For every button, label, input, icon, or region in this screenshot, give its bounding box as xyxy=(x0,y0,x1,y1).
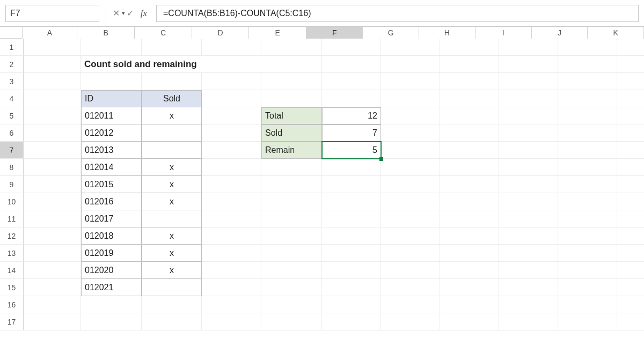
cell[interactable] xyxy=(558,107,617,124)
cell[interactable] xyxy=(617,107,644,124)
cell[interactable] xyxy=(322,279,381,296)
table-row-sold[interactable]: x xyxy=(142,262,202,279)
cell[interactable] xyxy=(322,73,381,90)
table-row-id[interactable]: 012011 xyxy=(81,107,142,124)
column-header[interactable]: J xyxy=(532,27,588,39)
cell[interactable] xyxy=(142,296,202,313)
cell[interactable] xyxy=(261,159,322,176)
cell[interactable] xyxy=(261,90,322,107)
cell[interactable] xyxy=(440,56,499,73)
cell[interactable] xyxy=(381,313,440,330)
cell[interactable] xyxy=(440,193,499,210)
table-row-id[interactable]: 012013 xyxy=(81,142,142,159)
cell[interactable] xyxy=(558,90,617,107)
cell[interactable] xyxy=(381,107,440,124)
column-header[interactable]: D xyxy=(192,27,249,39)
cell[interactable] xyxy=(381,296,440,313)
cell[interactable] xyxy=(499,313,558,330)
insert-function-button[interactable]: fx xyxy=(137,5,151,22)
column-header[interactable]: C xyxy=(135,27,192,39)
cell[interactable] xyxy=(617,39,644,56)
cell[interactable] xyxy=(381,262,440,279)
cell[interactable] xyxy=(440,39,499,56)
cell[interactable] xyxy=(322,245,381,262)
cell[interactable] xyxy=(499,73,558,90)
cell[interactable] xyxy=(381,245,440,262)
row-header[interactable]: 17 xyxy=(0,313,24,330)
column-header[interactable]: I xyxy=(475,27,532,39)
cell[interactable] xyxy=(322,39,381,56)
cell[interactable] xyxy=(24,313,81,330)
cell[interactable] xyxy=(202,90,261,107)
cell[interactable] xyxy=(202,296,261,313)
cell[interactable] xyxy=(440,245,499,262)
table-row-sold[interactable]: x xyxy=(142,176,202,193)
row-header[interactable]: 14 xyxy=(0,262,24,279)
cell[interactable] xyxy=(617,176,644,193)
cell[interactable] xyxy=(617,90,644,107)
row-header[interactable]: 2 xyxy=(0,56,24,73)
table-row-id[interactable]: 012019 xyxy=(81,245,142,262)
name-box-input[interactable] xyxy=(6,9,122,18)
cell[interactable] xyxy=(202,262,261,279)
cell[interactable] xyxy=(381,193,440,210)
cell[interactable] xyxy=(322,159,381,176)
cell[interactable] xyxy=(381,142,440,159)
cell[interactable] xyxy=(558,124,617,142)
cell[interactable] xyxy=(381,90,440,107)
cell[interactable] xyxy=(24,245,81,262)
table-row-id[interactable]: 012020 xyxy=(81,262,142,279)
row-header[interactable]: 6 xyxy=(0,124,24,142)
cell[interactable] xyxy=(202,193,261,210)
name-box[interactable]: ▾ xyxy=(5,5,99,22)
select-all-corner[interactable] xyxy=(0,27,23,38)
cell[interactable] xyxy=(142,313,202,330)
cell[interactable] xyxy=(440,124,499,142)
cell[interactable] xyxy=(558,39,617,56)
cell[interactable] xyxy=(440,176,499,193)
cell[interactable] xyxy=(440,210,499,227)
cell[interactable] xyxy=(381,176,440,193)
cell[interactable] xyxy=(499,279,558,296)
cell[interactable] xyxy=(24,142,81,159)
cell[interactable] xyxy=(261,73,322,90)
cell[interactable] xyxy=(202,313,261,330)
cell[interactable] xyxy=(261,210,322,227)
cell[interactable] xyxy=(202,245,261,262)
row-header[interactable]: 7 xyxy=(0,142,24,159)
cell[interactable] xyxy=(24,227,81,245)
cell[interactable] xyxy=(558,73,617,90)
column-header[interactable]: F xyxy=(306,27,363,39)
cell[interactable] xyxy=(499,90,558,107)
cell[interactable] xyxy=(381,159,440,176)
cell[interactable] xyxy=(322,210,381,227)
cell[interactable] xyxy=(440,296,499,313)
cell[interactable] xyxy=(381,227,440,245)
cell[interactable] xyxy=(440,107,499,124)
row-header[interactable]: 10 xyxy=(0,193,24,210)
cell[interactable] xyxy=(24,56,81,73)
cell[interactable] xyxy=(381,56,440,73)
cell[interactable] xyxy=(499,193,558,210)
cell[interactable] xyxy=(24,90,81,107)
cell[interactable] xyxy=(381,279,440,296)
cell[interactable] xyxy=(558,279,617,296)
cell[interactable] xyxy=(558,142,617,159)
cell[interactable] xyxy=(499,296,558,313)
column-header[interactable]: B xyxy=(77,27,135,39)
cell[interactable] xyxy=(617,124,644,142)
cell[interactable] xyxy=(202,210,261,227)
cell[interactable] xyxy=(322,262,381,279)
cell[interactable] xyxy=(381,73,440,90)
cell[interactable] xyxy=(202,227,261,245)
cell[interactable] xyxy=(499,227,558,245)
cell[interactable] xyxy=(499,107,558,124)
cell[interactable] xyxy=(617,245,644,262)
cell[interactable] xyxy=(261,296,322,313)
column-header[interactable]: H xyxy=(419,27,475,39)
cell[interactable] xyxy=(261,227,322,245)
cell[interactable] xyxy=(617,159,644,176)
table-row-sold[interactable] xyxy=(142,142,202,159)
cell[interactable] xyxy=(81,296,142,313)
cell[interactable] xyxy=(202,159,261,176)
